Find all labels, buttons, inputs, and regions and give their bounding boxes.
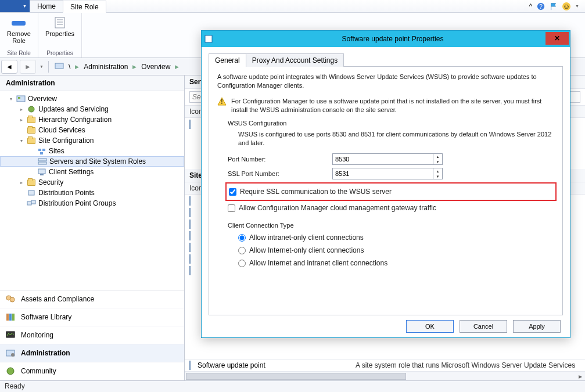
workspace-label: Monitoring [21, 331, 53, 339]
expand-ribbon-icon[interactable]: ^ [529, 2, 532, 10]
breadcrumb-root[interactable]: \ [65, 62, 74, 72]
tab-general[interactable]: General [209, 53, 246, 67]
role-item-icon[interactable] [189, 243, 199, 253]
feedback-icon[interactable]: ☺ [562, 2, 570, 10]
tree-item-client-settings[interactable]: Client Settings [0, 167, 184, 177]
role-item-icon[interactable] [189, 267, 199, 276]
properties-button[interactable]: Properties [43, 15, 77, 38]
spin-up-icon[interactable]: ▲ [433, 154, 442, 159]
breadcrumb-overview[interactable]: Overview [138, 62, 174, 72]
tree-caret-icon[interactable]: ▸ [19, 180, 24, 185]
tree-item-sites[interactable]: Sites [0, 146, 184, 156]
require-ssl-checkbox[interactable] [229, 188, 236, 196]
workspace-monitoring[interactable]: Monitoring [0, 326, 184, 344]
server-icon [189, 120, 191, 129]
role-item-icon[interactable] [189, 208, 199, 218]
radio-internet-intranet[interactable] [238, 260, 246, 267]
tree-item-distribution-point-groups[interactable]: Distribution Point Groups [0, 198, 184, 208]
cancel-button[interactable]: Cancel [460, 320, 507, 333]
nav-history-dropdown[interactable]: ▼ [37, 64, 46, 69]
role-item-icon[interactable] [189, 255, 199, 264]
require-ssl-checkbox-row: Require SSL communication to the WSUS se… [229, 188, 553, 196]
site-icon [55, 62, 64, 71]
spin-down-icon[interactable]: ▼ [433, 174, 442, 179]
community-icon [5, 366, 16, 376]
allow-cmg-label: Allow Configuration Manager cloud manage… [239, 204, 436, 212]
selected-role-row[interactable]: Software update point A site system role… [185, 359, 585, 371]
tree-caret-icon[interactable]: ▸ [19, 107, 24, 112]
app-menu-button[interactable]: ▼ [0, 0, 30, 12]
tree-item-updates-and-servicing[interactable]: ▸Updates and Servicing [0, 104, 184, 114]
tree-item-overview[interactable]: ▾Overview [0, 93, 184, 104]
role-name: Software update point [198, 361, 349, 369]
tree-item-cloud-services[interactable]: Cloud Services [0, 125, 184, 135]
apply-button[interactable]: Apply [513, 320, 561, 333]
radio-label: Allow Internet and intranet client conne… [249, 259, 387, 267]
dialog-icon [202, 35, 216, 43]
workspace-assets-and-compliance[interactable]: Assets and Compliance [0, 290, 184, 308]
svg-text:!: ! [221, 98, 222, 106]
tree-item-security[interactable]: ▸Security [0, 177, 184, 188]
client-connection-group: Client Connection Type Allow intranet-on… [228, 222, 554, 272]
help-icon[interactable]: ? [537, 2, 545, 10]
tree-item-site-configuration[interactable]: ▾Site Configuration [0, 135, 184, 146]
properties-dialog: Software update point Properties ✕ Gener… [201, 30, 570, 338]
wsus-config-group: WSUS Configuration WSUS is configured to… [228, 120, 554, 215]
ssl-port-input[interactable]: ▲▼ [332, 168, 443, 179]
allow-cmg-checkbox[interactable] [228, 204, 235, 212]
tree-item-label: Distribution Point Groups [38, 199, 116, 207]
tab-general-content: A software update point integrates with … [209, 67, 563, 315]
workspace-software-library[interactable]: Software Library [0, 308, 184, 326]
radio-internet-only[interactable] [238, 247, 246, 254]
tree-item-label: Overview [28, 95, 57, 103]
dialog-titlebar[interactable]: Software update point Properties ✕ [202, 31, 570, 47]
svg-rect-7 [55, 63, 63, 69]
tree-item-distribution-points[interactable]: Distribution Points [0, 188, 184, 198]
distg-icon [27, 199, 36, 207]
port-number-field[interactable] [333, 154, 433, 164]
tree-caret-icon[interactable]: ▸ [19, 117, 24, 123]
ribbon-tab-home[interactable]: Home [30, 0, 63, 12]
role-item-icon[interactable] [189, 220, 199, 229]
overview-icon [16, 95, 26, 103]
role-item-icon[interactable] [189, 197, 199, 206]
feedback-dropdown-icon[interactable]: ▼ [575, 4, 579, 8]
workspace-community[interactable]: Community [0, 362, 184, 380]
tree-caret-icon[interactable]: ▾ [19, 138, 24, 143]
tab-proxy-account[interactable]: Proxy And Account Settings [246, 53, 344, 67]
ribbon-tab-site-role[interactable]: Site Role [63, 1, 106, 13]
left-pane: Administration ▾Overview▸Updates and Ser… [0, 75, 185, 380]
status-text: Ready [5, 382, 25, 390]
spin-down-icon[interactable]: ▼ [433, 159, 442, 164]
breadcrumb-administration[interactable]: Administration [80, 62, 131, 72]
scroll-thumb[interactable] [186, 373, 406, 380]
tree-item-servers-and-site-system-roles[interactable]: Servers and Site System Roles [0, 156, 184, 167]
workspace-administration[interactable]: Administration [0, 344, 184, 362]
folder-icon [27, 116, 36, 124]
scroll-right-icon[interactable]: ▸ [576, 372, 585, 381]
require-ssl-label: Require SSL communication to the WSUS se… [240, 188, 392, 196]
svg-rect-3 [55, 17, 64, 28]
nav-back-button[interactable]: ◄ [1, 60, 17, 74]
ssl-port-field[interactable] [333, 168, 433, 179]
wsus-note: WSUS is configured to use ports 8530 and… [238, 130, 554, 148]
tree-item-hierarchy-configuration[interactable]: ▸Hierarchy Configuration [0, 114, 184, 125]
role-item-icon[interactable] [189, 232, 199, 241]
radio-intranet-only[interactable] [238, 234, 246, 242]
horizontal-scrollbar[interactable]: ◂ ▸ [185, 371, 585, 380]
close-button[interactable]: ✕ [545, 32, 569, 45]
workspace-nav: Assets and ComplianceSoftware LibraryMon… [0, 290, 184, 380]
svg-rect-30 [205, 35, 212, 42]
spin-up-icon[interactable]: ▲ [433, 168, 442, 174]
ok-button[interactable]: OK [406, 320, 454, 333]
intro-text: A software update point integrates with … [217, 73, 554, 90]
tree-caret-icon[interactable]: ▾ [8, 96, 14, 102]
svg-rect-20 [31, 200, 35, 204]
remove-role-button[interactable]: Remove Role [5, 15, 33, 45]
flag-icon[interactable] [550, 2, 558, 10]
workspace-label: Software Library [21, 313, 71, 321]
port-number-input[interactable]: ▲▼ [332, 153, 443, 165]
nav-forward-button[interactable]: ► [20, 60, 36, 74]
tree-item-label: Servers and Site System Roles [49, 157, 146, 166]
svg-rect-12 [42, 149, 45, 151]
